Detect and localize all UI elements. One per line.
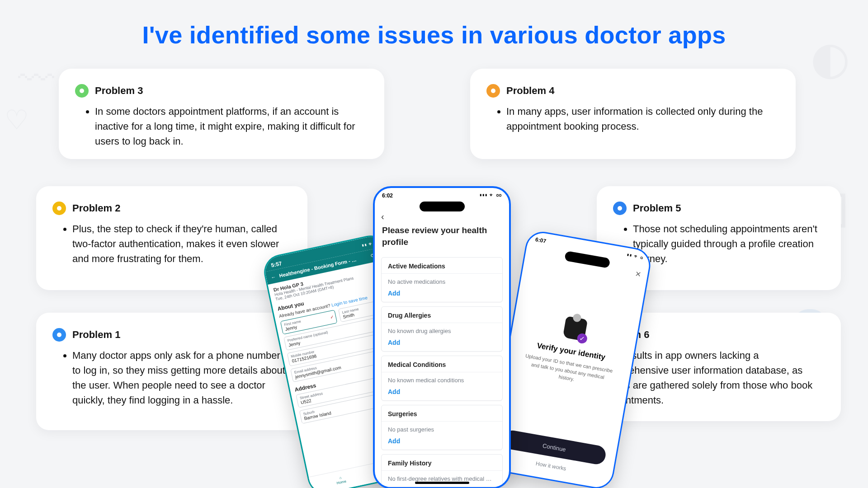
card-desc: No first-degree relatives with medical … <box>382 470 502 487</box>
add-link[interactable]: Add <box>382 339 502 351</box>
problem-text: This results in app owners lacking a com… <box>601 348 821 408</box>
status-icons: ▮▮ ᯤ ▢ <box>361 239 379 249</box>
card-title: Family History <box>382 455 502 470</box>
card-desc: No known medical conditions <box>382 372 502 388</box>
problem-label: Problem 6 <box>601 329 649 341</box>
bullet-icon <box>613 202 627 215</box>
status-time: 6:02 <box>382 192 393 199</box>
how-it-works-link[interactable]: How it works <box>490 452 613 480</box>
street-field[interactable]: Street address U522 <box>296 371 411 408</box>
problems-grid: Problem 3 In some doctors appointment pl… <box>18 69 850 462</box>
page-title: I've identified some issues in various d… <box>0 0 868 49</box>
problem-card-3: Problem 3 In some doctors appointment pl… <box>59 69 384 159</box>
back-icon[interactable]: ‹ <box>375 211 509 222</box>
home-indicator <box>415 482 469 484</box>
phone-center: 6:02 ▮▮▮ ᯤ ▢▢ ‹ Please review your healt… <box>373 186 511 488</box>
card-title: Active Medications <box>382 258 502 273</box>
problem-label: Problem 1 <box>72 329 120 341</box>
nav-find[interactable]: 🔍 Find & book <box>369 452 434 483</box>
problem-card-6: Problem 6 This results in app owners lac… <box>565 313 841 421</box>
problem-label: Problem 3 <box>95 85 143 97</box>
problem-label: Problem 2 <box>72 202 120 214</box>
problem-card-1: Problem 1 Many doctor apps only ask for … <box>36 313 307 430</box>
phone-mockups: 5:57 ▮▮ ᯤ ▢ ← Healthengine - Booking For… <box>285 177 592 488</box>
add-link[interactable]: Add <box>382 388 502 400</box>
email-field[interactable]: Email address jennysmith@gmail.com <box>290 345 406 382</box>
card-title: Surgeries <box>382 405 502 421</box>
card-desc: No active medications <box>382 273 502 290</box>
bullet-icon <box>581 328 595 342</box>
status-time: 6:07 <box>535 236 547 244</box>
search-icon: 🔍 <box>398 463 404 468</box>
dynamic-island <box>420 202 465 211</box>
login-link[interactable]: Login to save time <box>331 295 368 308</box>
bullet-icon <box>75 84 89 98</box>
family-history-card: Family History No first-degree relatives… <box>381 454 503 487</box>
allergies-card: Drug Allergies No known drug allergies A… <box>381 306 503 352</box>
card-title: Drug Allergies <box>382 307 502 323</box>
bullet-icon <box>486 84 500 98</box>
last-name-field[interactable]: Last name Smith <box>338 297 396 322</box>
conditions-card: Medical Conditions No known medical cond… <box>381 356 503 401</box>
check-icon: ✓ <box>330 314 334 319</box>
problem-text: Many doctor apps only ask for a phone nu… <box>72 348 288 408</box>
add-link[interactable]: Add <box>382 290 502 302</box>
suburb-field[interactable]: Suburb Barrow Island <box>299 387 415 424</box>
problem-text: Plus, the step to check if they're human… <box>72 221 288 266</box>
problem-card-2: Problem 2 Plus, the step to check if the… <box>36 186 307 290</box>
problem-label: Problem 4 <box>506 85 554 97</box>
problem-text: Those not scheduling appointments aren't… <box>633 221 821 266</box>
home-icon: ⌂ <box>339 476 342 480</box>
add-link[interactable]: Add <box>382 437 502 450</box>
reload-icon[interactable]: ⟳ <box>370 253 376 259</box>
card-title: Medical Conditions <box>382 356 502 372</box>
medications-card: Active Medications No active medications… <box>381 257 503 302</box>
card-desc: No past surgeries <box>382 421 502 437</box>
problem-card-5: Problem 5 Those not scheduling appointme… <box>597 186 841 290</box>
problem-text: In many apps, user information is collec… <box>506 104 776 134</box>
nav-home[interactable]: ⌂ Home <box>309 465 373 488</box>
problem-text: In some doctors appointment platforms, i… <box>95 104 364 149</box>
problem-card-4: Problem 4 In many apps, user information… <box>470 69 796 159</box>
problem-label: Problem 5 <box>633 202 681 214</box>
section-address: Address <box>294 363 408 393</box>
forward-icon[interactable]: → <box>378 251 384 257</box>
bullet-icon <box>52 328 66 342</box>
surgeries-card: Surgeries No past surgeries Add <box>381 405 503 450</box>
bottom-nav: ⌂ Home 🔍 Find & book <box>309 451 434 488</box>
continue-button[interactable]: Continue <box>501 429 607 465</box>
bullet-icon <box>52 202 66 215</box>
card-desc: No known drug allergies <box>382 323 502 339</box>
screen-title: Please review your health profile <box>375 222 509 253</box>
status-icons: ▮▮▮ ᯤ ▢▢ <box>480 192 502 199</box>
